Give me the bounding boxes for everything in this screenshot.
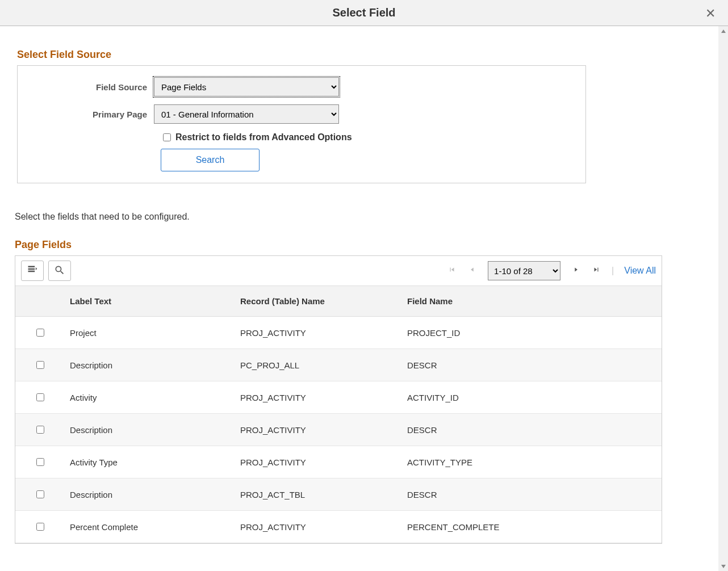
cell-record: PROJ_ACTIVITY — [235, 511, 401, 543]
search-button[interactable]: Search — [161, 149, 260, 171]
row-select-checkbox[interactable] — [36, 393, 44, 401]
section-heading-source: Select Field Source — [17, 49, 701, 61]
first-page-button[interactable] — [447, 266, 457, 276]
close-button[interactable]: ✕ — [702, 6, 719, 22]
grid-settings-icon — [27, 264, 38, 278]
grid-container: 1-10 of 28 | View — [15, 255, 662, 544]
row-select-checkbox[interactable] — [36, 523, 44, 531]
cell-record: PROJ_ACTIVITY — [235, 414, 401, 446]
instruction-text: Select the fields that need to be config… — [0, 212, 718, 222]
col-header-select — [15, 286, 64, 317]
row-select-checkbox[interactable] — [36, 361, 44, 369]
last-page-button[interactable] — [591, 266, 601, 276]
restrict-checkbox[interactable] — [163, 133, 171, 141]
content-area: Select Field Source Field Source Page Fi… — [0, 26, 718, 571]
primary-page-select[interactable]: 01 - General Information — [154, 104, 339, 124]
row-select-checkbox[interactable] — [36, 329, 44, 337]
col-header-field: Field Name — [401, 286, 662, 317]
chevron-left-icon — [468, 266, 476, 276]
cell-label: Description — [64, 349, 235, 381]
table-row: DescriptionPC_PROJ_ALLDESCR — [15, 349, 662, 381]
section-heading-grid: Page Fields — [15, 239, 701, 251]
grid-toolbar: 1-10 of 28 | View — [15, 256, 662, 286]
table-row: DescriptionPROJ_ACT_TBLDESCR — [15, 478, 662, 511]
toolbar-divider: | — [612, 266, 614, 276]
field-source-panel: Field Source Page Fields Primary Page 01… — [17, 65, 586, 183]
cell-record: PC_PROJ_ALL — [235, 349, 401, 381]
col-header-record: Record (Table) Name — [235, 286, 401, 317]
table-row: DescriptionPROJ_ACTIVITYDESCR — [15, 414, 662, 446]
table-row: Percent CompletePROJ_ACTIVITYPERCENT_COM… — [15, 511, 662, 543]
table-row: Activity TypePROJ_ACTIVITYACTIVITY_TYPE — [15, 446, 662, 478]
scroll-down-icon — [718, 561, 728, 571]
row-range-select[interactable]: 1-10 of 28 — [488, 261, 560, 280]
cell-label: Activity Type — [64, 446, 235, 478]
cell-record: PROJ_ACTIVITY — [235, 446, 401, 478]
cell-label: Activity — [64, 381, 235, 414]
vertical-scrollbar[interactable] — [718, 26, 728, 571]
modal-header: Select Field ✕ — [0, 0, 728, 26]
view-all-link[interactable]: View All — [624, 266, 656, 276]
table-row: ActivityPROJ_ACTIVITYACTIVITY_ID — [15, 381, 662, 414]
cell-record: PROJ_ACT_TBL — [235, 478, 401, 511]
cell-record: PROJ_ACTIVITY — [235, 381, 401, 414]
restrict-label: Restrict to fields from Advanced Options — [175, 132, 352, 142]
cell-field: DESCR — [401, 478, 662, 511]
personalize-grid-button[interactable] — [21, 261, 44, 281]
last-page-icon — [592, 266, 600, 276]
modal-title: Select Field — [332, 6, 395, 19]
search-icon — [54, 264, 65, 278]
close-icon: ✕ — [705, 6, 716, 20]
col-header-label: Label Text — [64, 286, 235, 317]
row-select-checkbox[interactable] — [36, 426, 44, 434]
cell-label: Description — [64, 478, 235, 511]
cell-record: PROJ_ACTIVITY — [235, 317, 401, 349]
row-select-checkbox[interactable] — [36, 458, 44, 466]
cell-field: DESCR — [401, 414, 662, 446]
first-page-icon — [448, 266, 456, 276]
cell-field: ACTIVITY_TYPE — [401, 446, 662, 478]
row-select-checkbox[interactable] — [36, 490, 44, 498]
field-source-select[interactable]: Page Fields — [154, 77, 339, 96]
page-fields-table: Label Text Record (Table) Name Field Nam… — [15, 286, 662, 543]
cell-label: Percent Complete — [64, 511, 235, 543]
field-source-label: Field Source — [29, 82, 154, 92]
chevron-right-icon — [572, 266, 580, 276]
cell-field: PROJECT_ID — [401, 317, 662, 349]
cell-field: DESCR — [401, 349, 662, 381]
scroll-up-icon — [718, 26, 728, 36]
cell-label: Project — [64, 317, 235, 349]
cell-field: ACTIVITY_ID — [401, 381, 662, 414]
prev-page-button[interactable] — [467, 266, 478, 276]
next-page-button[interactable] — [571, 266, 581, 276]
cell-field: PERCENT_COMPLETE — [401, 511, 662, 543]
primary-page-label: Primary Page — [29, 110, 154, 119]
table-row: ProjectPROJ_ACTIVITYPROJECT_ID — [15, 317, 662, 349]
find-button[interactable] — [48, 261, 71, 281]
cell-label: Description — [64, 414, 235, 446]
